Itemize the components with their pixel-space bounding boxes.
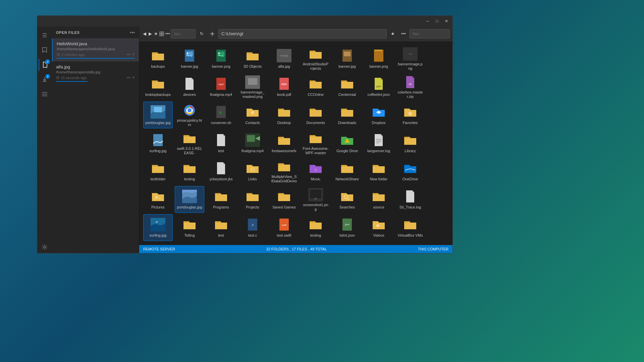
list-item[interactable]: Favorites [395, 102, 425, 128]
list-item[interactable]: Telling [175, 214, 204, 241]
list-item[interactable]: Pictures [143, 186, 173, 213]
file-more-icon[interactable]: ••• [126, 75, 130, 80]
list-item[interactable]: surfing.jpg [143, 130, 173, 157]
list-item[interactable]: swift-3.0.1-RELEASE- [175, 130, 204, 157]
progress-bar [57, 58, 135, 59]
status-bar: REMOTE SERVER 32 FOLDERS , 17 FILES , 49… [139, 245, 452, 253]
status-center: 32 FOLDERS , 17 FILES , 49 TOTAL [266, 247, 327, 251]
item-label: banner.jpg [181, 64, 198, 69]
list-item[interactable]: mp4 finalgma.mp4 [206, 73, 236, 100]
list-item[interactable]: Sti_Trace.log [395, 186, 425, 213]
refresh-button[interactable]: ↻ [197, 29, 206, 39]
list-item[interactable]: test [206, 130, 236, 157]
folder-vbox-icon [403, 217, 418, 232]
list-item[interactable]: CCOnline [301, 73, 330, 100]
bookmark-icon[interactable] [39, 44, 51, 56]
folder-icon [277, 133, 291, 147]
list-item[interactable]: banner.jpg [332, 45, 362, 72]
star-button[interactable]: ★ [154, 29, 159, 39]
list-item[interactable]: devices [175, 73, 204, 100]
list-item[interactable]: car.jpg alfa.jpg [269, 45, 299, 72]
list-item[interactable]: banner.png [206, 45, 236, 72]
nav-icon[interactable] [159, 29, 164, 39]
list-item[interactable]: NetworkShare [332, 158, 362, 185]
more-button[interactable]: ••• [165, 29, 170, 39]
path-icon[interactable] [208, 29, 217, 39]
files-icon[interactable]: 2 [39, 59, 51, 71]
list-item[interactable]: Windows [143, 242, 173, 245]
list-item[interactable]: Library [395, 130, 425, 157]
back-button[interactable]: ◀ [142, 29, 147, 39]
list-item[interactable]: portdouglas.jpg [175, 186, 204, 213]
list-item[interactable]: 3D Objects [238, 45, 267, 72]
open-file-item[interactable]: HelloWorld.java /home/theescapers/HelloW… [52, 39, 139, 62]
address-bar[interactable]: C:\Users\gt [218, 29, 387, 39]
list-item[interactable]: PDF book.pdf [269, 73, 299, 100]
filter-input-right[interactable]: filter [410, 29, 450, 39]
hamburger-icon[interactable]: ☰ [39, 29, 51, 41]
close-button[interactable]: ✕ [442, 16, 451, 26]
list-item[interactable]: finalgma.mp4 [238, 130, 267, 157]
list-item[interactable]: Font-Awesome-WPF-master [301, 130, 330, 157]
more-right-icon[interactable]: ••• [399, 29, 408, 39]
list-item[interactable]: Links [238, 158, 267, 185]
list-item[interactable]: Searches [332, 186, 362, 213]
more-icon[interactable]: ••• [130, 30, 135, 35]
list-item[interactable]: testing [175, 158, 204, 185]
bookmark-right-icon[interactable]: ★ [388, 29, 397, 39]
list-item[interactable]: testing [301, 214, 330, 241]
list-item[interactable]: yckeystore.jks [206, 158, 236, 185]
file-close-icon[interactable]: ✕ [132, 75, 135, 80]
list-item[interactable]: AndroidStudioProjects [301, 45, 330, 72]
list-item[interactable]: Dropbox [364, 102, 393, 128]
list-item[interactable]: screenshot1.png [301, 186, 330, 213]
list-item[interactable]: langserver.log [364, 130, 393, 157]
list-item[interactable]: surfing.jpg [143, 214, 173, 241]
list-item[interactable]: privacypolicy.htm [175, 102, 204, 128]
list-item[interactable]: ♪ Music [301, 158, 330, 185]
list-item[interactable]: Documents [301, 102, 330, 128]
list-item[interactable]: zip colorbox-master.zip [395, 73, 425, 100]
list-item[interactable]: OneDrive [395, 158, 425, 185]
list-item[interactable]: fontawesomefx [269, 130, 299, 157]
list-item[interactable]: Centennial [332, 73, 362, 100]
list-item[interactable]: Programs [206, 186, 236, 213]
filter-input-left[interactable]: filter [171, 29, 196, 39]
open-file-item[interactable]: alfa.jpg /home/theescapers/alfa.jpg 15 s… [52, 62, 139, 85]
list-item[interactable]: lesktopbackups [143, 73, 173, 100]
list-item[interactable]: img bannerimage.png [395, 45, 425, 72]
list-item[interactable]: backups [143, 45, 173, 72]
list-item[interactable]: Saved Games [269, 186, 299, 213]
progress-bar [56, 81, 88, 82]
list-item[interactable]: Contacts [238, 102, 267, 128]
svg-text:car.jpg: car.jpg [280, 54, 288, 57]
list-item[interactable]: $_ runserver.sh [206, 102, 236, 128]
file-more-icon[interactable]: ••• [126, 52, 130, 57]
list-item[interactable]: New folder [364, 158, 393, 185]
download-icon[interactable]: 2 [39, 73, 51, 85]
forward-button[interactable]: ▶ [148, 29, 153, 39]
list-item[interactable]: VirtualBox VMs [395, 214, 425, 241]
list-item[interactable]: Google Drive [332, 130, 362, 157]
list-item[interactable]: testfolder [143, 158, 173, 185]
settings-icon[interactable] [39, 241, 51, 253]
list-item[interactable]: banner.jpg [175, 45, 204, 72]
list-item[interactable]: MultipleView_SfDataGridDemo [269, 158, 299, 185]
maximize-button[interactable]: □ [432, 16, 442, 26]
list-item[interactable]: source [364, 186, 393, 213]
list-item[interactable]: json coffeelint.json [364, 73, 393, 100]
list-item[interactable]: Desktop [269, 102, 299, 128]
list-item[interactable]: test [206, 214, 236, 241]
list-item[interactable]: .c test.c [238, 214, 267, 241]
file-close-icon[interactable]: ✕ [132, 52, 135, 57]
list-item[interactable]: bannerimage_masked.png [238, 73, 267, 100]
list-item[interactable]: portdouglas.jpg [143, 102, 173, 128]
list-item[interactable]: Downloads [332, 102, 362, 128]
minimize-button[interactable]: ─ [423, 16, 432, 26]
list-item[interactable]: banner.png [364, 45, 393, 72]
list-item[interactable]: swift test.swift [269, 214, 299, 241]
list-item[interactable]: json tslint.json [332, 214, 362, 241]
list-icon[interactable] [39, 88, 51, 100]
list-item[interactable]: Videos [364, 214, 393, 241]
list-item[interactable]: Projects [238, 186, 267, 213]
